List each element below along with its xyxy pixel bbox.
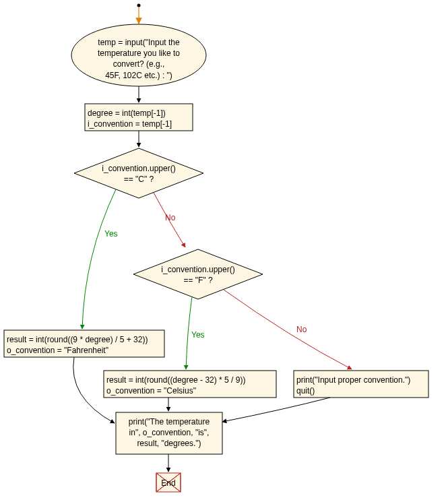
print-node — [116, 412, 222, 454]
edge-decF-convF — [186, 296, 192, 369]
convC-node — [4, 330, 164, 357]
end-node — [156, 473, 181, 492]
decF-node — [133, 249, 263, 299]
flowchart-canvas — [0, 0, 446, 504]
err-node — [294, 371, 428, 398]
decC-node — [74, 148, 203, 198]
start-node — [137, 4, 141, 7]
input-node — [71, 24, 206, 86]
edge-decF-err — [224, 290, 352, 369]
edge-decC-decF — [154, 193, 185, 247]
edge-decC-convC — [82, 189, 116, 329]
convF-node — [104, 371, 276, 398]
parse-node — [85, 104, 193, 131]
edge-err-print — [222, 398, 330, 422]
